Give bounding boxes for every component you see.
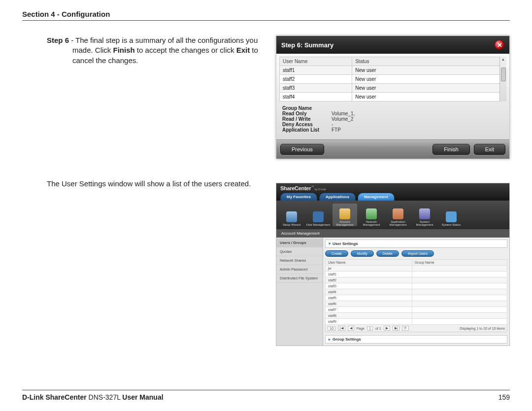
ribbon-account-mgmt[interactable]: Account Management — [332, 204, 357, 226]
modify-button[interactable]: Modify — [351, 250, 374, 257]
next-page-icon[interactable]: ▶ — [384, 326, 390, 331]
list-item: staff5 — [326, 295, 507, 301]
first-page-icon[interactable]: |◀ — [338, 326, 345, 331]
page-input[interactable]: 1 — [367, 326, 373, 331]
sidebar-item-users-groups[interactable]: Users / Groups — [276, 239, 323, 247]
list-item: staff7 — [326, 307, 507, 313]
sidebar-item-dfs[interactable]: Distributed File System — [276, 274, 323, 283]
grid-col-groupname: Group Name — [412, 260, 507, 266]
previous-button[interactable]: Previous — [280, 144, 324, 155]
ribbon-system-mgmt[interactable]: System Management — [412, 204, 437, 226]
finish-button[interactable]: Finish — [432, 144, 469, 155]
pager-info: Displaying 1 to 10 of 10 items — [460, 327, 505, 330]
refresh-icon[interactable]: ⟳ — [402, 326, 409, 331]
list-item: staff1 — [326, 272, 507, 277]
sidebar-item-admin-password[interactable]: Admin Password — [276, 265, 323, 274]
dialog-title: Step 6: Summary — [281, 41, 333, 49]
page-number: 159 — [499, 393, 510, 401]
list-item: staff6 — [326, 301, 507, 307]
panel-group-settings[interactable]: Group Settings — [325, 335, 507, 343]
import-users-button[interactable]: Import Users — [401, 250, 434, 257]
delete-button[interactable]: Delete — [376, 250, 399, 257]
dialog-titlebar: Step 6: Summary ✕ — [276, 36, 509, 54]
sidebar-item-quotas[interactable]: Quotas — [276, 247, 323, 256]
summary-dialog: Step 6: Summary ✕ User Name Status staff… — [276, 35, 510, 159]
breadcrumb: Account Management — [276, 229, 509, 238]
scrollbar[interactable]: ▴ — [499, 57, 506, 102]
summary-properties: Group Name Read OnlyVolume_1, Read / Wri… — [279, 102, 506, 137]
tab-applications[interactable]: Applications — [319, 193, 356, 201]
summary-table: User Name Status staff1New user staff2Ne… — [279, 57, 506, 102]
sidebar: Users / Groups Quotas Network Shares Adm… — [276, 238, 323, 345]
ribbon-network-mgmt[interactable]: Network Management — [359, 204, 384, 226]
create-button[interactable]: Create — [325, 250, 348, 257]
user-settings-paragraph: The User Settings window will show a lis… — [47, 179, 266, 189]
ribbon: Setup Wizard Disk Management Account Man… — [276, 201, 509, 229]
status-icon — [446, 211, 457, 222]
list-item: staff8 — [326, 313, 507, 319]
page-size-select[interactable]: 10 — [328, 326, 335, 331]
list-item: staff3 — [326, 283, 507, 289]
col-username: User Name — [280, 57, 352, 66]
list-item: jw — [326, 266, 507, 272]
ribbon-setup-wizard[interactable]: Setup Wizard — [279, 204, 304, 226]
account-icon — [339, 208, 350, 219]
grid-col-username: User Name — [326, 260, 412, 266]
step-label: Step 6 — [47, 36, 69, 44]
panel-user-settings[interactable]: User Settings — [325, 240, 507, 248]
section-header: Section 4 - Configuration — [22, 10, 510, 18]
system-icon — [419, 208, 430, 219]
users-grid: User NameGroup Name jw staff1 staff2 sta… — [325, 259, 507, 325]
network-icon — [366, 208, 377, 219]
header-rule — [22, 20, 510, 21]
col-status: Status — [352, 57, 506, 66]
pager: 10 |◀ ◀ Page 1 of 1 ▶ ▶| ⟳ Displaying 1 … — [325, 325, 507, 332]
ribbon-app-mgmt[interactable]: Application Management — [386, 204, 410, 226]
disk-icon — [313, 211, 324, 222]
sharecenter-app: ShareCenter™by D-Link My Favorites Appli… — [276, 183, 510, 346]
step6-paragraph: Step 6 - The final step is a summary of … — [47, 35, 266, 66]
page-footer: D-Link ShareCenter DNS-327L User Manual … — [22, 390, 510, 401]
list-item: staff9 — [326, 319, 507, 325]
exit-button[interactable]: Exit — [474, 144, 505, 155]
app-icon — [393, 208, 403, 219]
last-page-icon[interactable]: ▶| — [393, 326, 400, 331]
close-icon[interactable]: ✕ — [495, 40, 504, 50]
sidebar-item-network-shares[interactable]: Network Shares — [276, 256, 323, 265]
prev-page-icon[interactable]: ◀ — [348, 326, 354, 331]
brand: ShareCenter™by D-Link — [280, 185, 326, 191]
table-row: staff1New user — [280, 66, 506, 75]
wizard-icon — [286, 211, 297, 222]
table-row: staff2New user — [280, 75, 506, 84]
table-row: staff4New user — [280, 93, 506, 102]
tab-management[interactable]: Management — [358, 193, 395, 201]
list-item: staff2 — [326, 277, 507, 283]
list-item: staff4 — [326, 289, 507, 295]
tab-favorites[interactable]: My Favorites — [280, 193, 317, 201]
ribbon-disk-mgmt[interactable]: Disk Management — [306, 204, 331, 226]
ribbon-system-status[interactable]: System Status — [439, 204, 464, 226]
table-row: staff3New user — [280, 84, 506, 93]
